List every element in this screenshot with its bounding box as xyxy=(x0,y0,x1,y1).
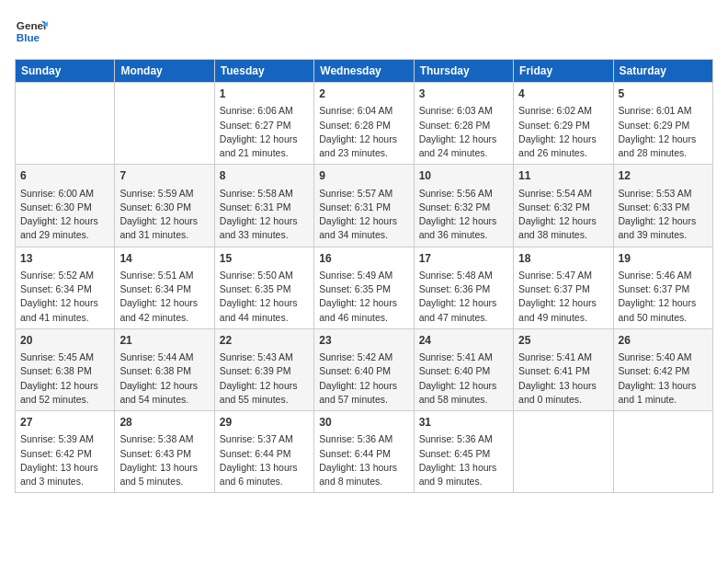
day-info-line: Sunset: 6:40 PM xyxy=(419,364,508,378)
day-info-line: Sunset: 6:38 PM xyxy=(20,364,109,378)
day-info-line: Sunset: 6:31 PM xyxy=(220,201,309,214)
day-cell: 13Sunrise: 5:52 AMSunset: 6:34 PMDayligh… xyxy=(16,247,115,328)
day-info-line: Sunrise: 6:02 AM xyxy=(518,104,608,118)
day-info-line: Sunset: 6:37 PM xyxy=(619,282,708,296)
day-info-line: Sunset: 6:30 PM xyxy=(119,201,209,214)
day-info-line: Daylight: 12 hours and 33 minutes. xyxy=(220,214,309,242)
day-number: 5 xyxy=(619,86,708,102)
day-info-line: Daylight: 12 hours and 58 minutes. xyxy=(419,379,508,407)
logo-icon: General Blue xyxy=(15,15,48,48)
day-info-line: Daylight: 12 hours and 47 minutes. xyxy=(419,296,508,324)
day-info-line: Sunset: 6:45 PM xyxy=(419,447,508,461)
day-info-line: Sunrise: 6:00 AM xyxy=(20,187,109,201)
day-cell: 1Sunrise: 6:06 AMSunset: 6:27 PMDaylight… xyxy=(214,83,313,165)
day-number: 25 xyxy=(518,333,608,349)
day-info-line: Sunrise: 6:06 AM xyxy=(220,104,309,118)
day-info-line: Sunrise: 6:03 AM xyxy=(419,104,508,118)
day-cell: 2Sunrise: 6:04 AMSunset: 6:28 PMDaylight… xyxy=(314,83,414,165)
day-info-line: Sunset: 6:42 PM xyxy=(619,364,708,378)
day-info-line: Daylight: 12 hours and 26 minutes. xyxy=(518,132,608,160)
day-cell: 30Sunrise: 5:36 AMSunset: 6:44 PMDayligh… xyxy=(314,411,414,493)
day-info-line: Sunset: 6:35 PM xyxy=(319,282,408,296)
day-number: 11 xyxy=(518,168,608,184)
day-number: 13 xyxy=(20,251,109,267)
day-info-line: Sunrise: 5:51 AM xyxy=(119,269,209,282)
day-number: 31 xyxy=(419,415,508,431)
day-cell: 9Sunrise: 5:57 AMSunset: 6:31 PMDaylight… xyxy=(314,165,414,247)
day-info-line: Sunrise: 5:41 AM xyxy=(518,350,608,364)
day-info-line: Sunset: 6:33 PM xyxy=(619,201,708,214)
day-number: 22 xyxy=(220,333,309,349)
day-info-line: Sunset: 6:40 PM xyxy=(319,364,408,378)
day-info-line: Daylight: 12 hours and 50 minutes. xyxy=(619,296,708,324)
day-info-line: Daylight: 12 hours and 28 minutes. xyxy=(619,132,708,160)
day-cell: 21Sunrise: 5:44 AMSunset: 6:38 PMDayligh… xyxy=(115,328,214,410)
day-number: 21 xyxy=(119,333,209,349)
day-number: 2 xyxy=(319,86,408,102)
day-number: 14 xyxy=(119,251,209,267)
day-info-line: Sunset: 6:32 PM xyxy=(518,201,608,214)
day-number: 7 xyxy=(119,168,209,184)
day-info-line: Daylight: 13 hours and 1 minute. xyxy=(619,379,708,407)
day-number: 8 xyxy=(220,168,309,184)
day-info-line: Daylight: 12 hours and 38 minutes. xyxy=(518,214,608,242)
day-number: 24 xyxy=(419,333,508,349)
day-cell: 4Sunrise: 6:02 AMSunset: 6:29 PMDaylight… xyxy=(514,83,613,165)
day-number: 6 xyxy=(20,168,109,184)
day-cell: 10Sunrise: 5:56 AMSunset: 6:32 PMDayligh… xyxy=(414,165,513,247)
day-cell: 8Sunrise: 5:58 AMSunset: 6:31 PMDaylight… xyxy=(214,165,313,247)
day-info-line: Daylight: 12 hours and 57 minutes. xyxy=(319,379,408,407)
day-info-line: Sunset: 6:29 PM xyxy=(619,119,708,132)
day-info-line: Daylight: 13 hours and 9 minutes. xyxy=(419,461,508,488)
dow-header-sunday: Sunday xyxy=(16,60,115,83)
day-number: 4 xyxy=(518,86,608,102)
day-info-line: Sunset: 6:39 PM xyxy=(220,364,309,378)
day-info-line: Sunrise: 5:43 AM xyxy=(220,350,309,364)
day-info-line: Daylight: 12 hours and 41 minutes. xyxy=(20,296,109,324)
day-info-line: Daylight: 13 hours and 8 minutes. xyxy=(319,461,408,488)
day-info-line: Sunrise: 5:36 AM xyxy=(419,432,508,446)
day-info-line: Sunrise: 5:54 AM xyxy=(518,187,608,201)
day-info-line: Sunset: 6:41 PM xyxy=(518,364,608,378)
day-info-line: Daylight: 12 hours and 52 minutes. xyxy=(20,379,109,407)
day-info-line: Sunrise: 5:37 AM xyxy=(220,432,309,446)
day-cell: 3Sunrise: 6:03 AMSunset: 6:28 PMDaylight… xyxy=(414,83,513,165)
week-row-5: 27Sunrise: 5:39 AMSunset: 6:42 PMDayligh… xyxy=(16,411,713,493)
day-cell: 28Sunrise: 5:38 AMSunset: 6:43 PMDayligh… xyxy=(115,411,214,493)
day-info-line: Daylight: 12 hours and 31 minutes. xyxy=(119,214,209,242)
day-info-line: Sunrise: 5:38 AM xyxy=(119,432,209,446)
day-number: 12 xyxy=(619,168,708,184)
day-number: 18 xyxy=(518,251,608,267)
day-info-line: Sunset: 6:27 PM xyxy=(220,119,309,132)
day-info-line: Sunrise: 5:46 AM xyxy=(619,269,708,282)
day-info-line: Sunrise: 5:45 AM xyxy=(20,350,109,364)
day-number: 29 xyxy=(220,415,309,431)
dow-header-friday: Friday xyxy=(514,60,613,83)
day-info-line: Sunrise: 5:49 AM xyxy=(319,269,408,282)
day-info-line: Sunrise: 5:52 AM xyxy=(20,269,109,282)
day-cell: 23Sunrise: 5:42 AMSunset: 6:40 PMDayligh… xyxy=(314,328,414,410)
day-info-line: Sunrise: 5:53 AM xyxy=(619,187,708,201)
day-number: 27 xyxy=(20,415,109,431)
day-info-line: Sunrise: 5:42 AM xyxy=(319,350,408,364)
day-info-line: Sunset: 6:44 PM xyxy=(319,447,408,461)
day-number: 26 xyxy=(619,333,708,349)
day-number: 20 xyxy=(20,333,109,349)
day-cell: 14Sunrise: 5:51 AMSunset: 6:34 PMDayligh… xyxy=(115,247,214,328)
day-cell xyxy=(613,411,712,493)
day-info-line: Daylight: 12 hours and 39 minutes. xyxy=(619,214,708,242)
calendar-table: SundayMondayTuesdayWednesdayThursdayFrid… xyxy=(15,59,713,493)
day-info-line: Sunset: 6:34 PM xyxy=(20,282,109,296)
dow-header-tuesday: Tuesday xyxy=(214,60,313,83)
day-info-line: Sunrise: 5:48 AM xyxy=(419,269,508,282)
day-info-line: Daylight: 13 hours and 6 minutes. xyxy=(220,461,309,488)
page-header: General Blue xyxy=(15,15,713,48)
day-cell xyxy=(514,411,613,493)
day-info-line: Daylight: 12 hours and 21 minutes. xyxy=(220,132,309,160)
day-info-line: Sunrise: 6:01 AM xyxy=(619,104,708,118)
dow-header-monday: Monday xyxy=(115,60,214,83)
day-number: 28 xyxy=(119,415,209,431)
day-info-line: Daylight: 12 hours and 49 minutes. xyxy=(518,296,608,324)
day-number: 23 xyxy=(319,333,408,349)
day-cell: 16Sunrise: 5:49 AMSunset: 6:35 PMDayligh… xyxy=(314,247,414,328)
